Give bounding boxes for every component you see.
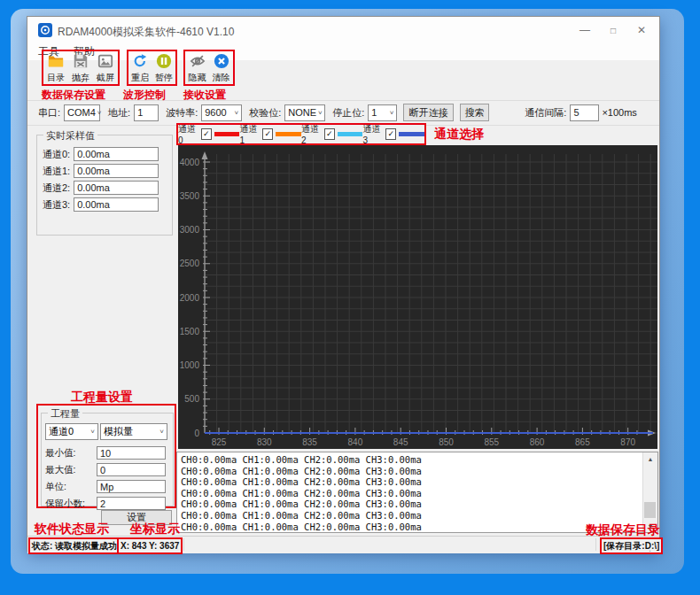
channel-3-color-swatch: [399, 132, 424, 136]
ch3-value-field[interactable]: 0.00ma: [74, 197, 159, 212]
svg-text:870: 870: [620, 437, 635, 447]
svg-text:850: 850: [439, 437, 454, 447]
svg-text:845: 845: [393, 437, 408, 447]
ch2-value-field[interactable]: 0.00ma: [74, 181, 159, 195]
baud-select[interactable]: 9600˅: [201, 104, 242, 121]
sampling-row-ch3: 通道3: 0.00ma: [43, 197, 168, 212]
chevron-down-icon: ˅: [390, 109, 394, 117]
screenshot-icon: [97, 53, 113, 71]
channel-0-color-swatch: [214, 132, 240, 136]
search-button[interactable]: 搜索: [460, 104, 489, 121]
ch1-value-field[interactable]: 0.00ma: [74, 164, 159, 178]
svg-text:830: 830: [257, 437, 272, 447]
channel-3-checkbox[interactable]: ✓: [385, 128, 396, 140]
channel-1-legend: 通道1 ✓: [240, 123, 302, 145]
log-lines: CH0:0.00ma CH1:0.00ma CH2:0.00ma CH3:0.0…: [181, 454, 642, 532]
channel-1-checkbox[interactable]: ✓: [262, 128, 273, 140]
decimals-field[interactable]: 2: [97, 497, 166, 510]
maximize-button[interactable]: □: [599, 17, 627, 43]
decimals-row: 保留小数: 2: [45, 497, 169, 510]
desktop-background: RDAM4000模拟采集软件-4610 V1.10 — □ ✕ 工具 帮助 目录: [0, 0, 700, 595]
status-divider: [183, 538, 184, 551]
restart-button[interactable]: 重启: [128, 53, 152, 84]
sampling-groupbox: 实时采样值 通道0: 0.00ma 通道1: 0.00ma 通道2: 0.00m…: [36, 135, 173, 236]
chevron-down-icon: ˅: [90, 428, 95, 436]
chevron-down-icon: ˅: [159, 428, 164, 436]
annotation-software-status: 软件状态显示: [35, 522, 109, 537]
divider: [27, 100, 659, 101]
engineering-channel-select[interactable]: 通道0˅: [45, 423, 98, 440]
waveform-chart[interactable]: 8258308358408458508558608658700500100015…: [178, 145, 657, 449]
svg-text:500: 500: [184, 394, 199, 404]
svg-text:835: 835: [302, 437, 317, 447]
channel-2-checkbox[interactable]: ✓: [324, 128, 335, 140]
ch0-value-field[interactable]: 0.00ma: [74, 147, 159, 161]
svg-text:855: 855: [484, 437, 499, 447]
address-label: 地址:: [108, 106, 130, 120]
toolbar-group-save: 目录 抛弃 截屏: [42, 50, 120, 86]
log-line: CH0:0.00ma CH1:0.00ma CH2:0.00ma CH3:0.0…: [181, 454, 642, 466]
chevron-down-icon: ˅: [318, 109, 323, 117]
baud-label: 波特率:: [166, 106, 198, 120]
resize-grip[interactable]: ⋰: [649, 543, 657, 552]
pause-button[interactable]: 暂停: [152, 53, 176, 84]
channel-select-box: 通道0 ✓ 通道1 ✓ 通道2 ✓ 通道3 ✓: [176, 123, 426, 145]
sampling-row-ch1: 通道1: 0.00ma: [43, 164, 168, 178]
directory-button[interactable]: 目录: [44, 53, 68, 84]
channel-2-legend: 通道2 ✓: [301, 123, 363, 145]
interval-unit-label: ×100ms: [602, 107, 636, 118]
status-bar: 状态: 读取模拟量成功 X: 843 Y: 3637 [保存目录:D:\] ⋰: [27, 536, 659, 553]
svg-text:2000: 2000: [180, 293, 200, 303]
annotation-save-directory: 数据保存目录: [586, 522, 660, 538]
toolbar-group-waveform: 重启 暂停: [127, 50, 177, 86]
annotation-waveform-control: 波形控制: [123, 88, 166, 103]
cursor-coordinates: X: 843 Y: 3637: [117, 537, 183, 554]
window-title: RDAM4000模拟采集软件-4610 V1.10: [58, 25, 234, 40]
sampling-row-ch2: 通道2: 0.00ma: [43, 181, 168, 195]
sampling-row-ch0: 通道0: 0.00ma: [43, 147, 168, 161]
annotation-save-settings: 数据保存设置: [42, 88, 105, 103]
minimize-button[interactable]: —: [571, 17, 599, 43]
svg-text:1500: 1500: [180, 327, 200, 336]
interval-field[interactable]: 5: [570, 104, 599, 121]
min-value-field[interactable]: 10: [97, 446, 166, 460]
stopbit-select[interactable]: 1˅: [368, 104, 397, 121]
data-log-area[interactable]: CH0:0.00ma CH1:0.00ma CH2:0.00ma CH3:0.0…: [176, 452, 658, 533]
engineering-type-select[interactable]: 模拟量˅: [100, 423, 167, 440]
hide-button[interactable]: 隐藏: [185, 53, 209, 84]
svg-text:2500: 2500: [180, 259, 200, 268]
channel-2-color-swatch: [338, 132, 363, 136]
channel-1-color-swatch: [276, 132, 301, 136]
scrollbar-thumb[interactable]: [644, 502, 656, 518]
discard-button[interactable]: 抛弃: [69, 53, 93, 84]
serial-port-select[interactable]: COM4˅: [64, 104, 100, 121]
log-line: CH0:0.00ma CH1:0.00ma CH2:0.00ma CH3:0.0…: [181, 498, 642, 510]
hide-eye-icon: [190, 53, 206, 71]
clear-button[interactable]: 清除: [209, 53, 233, 84]
screenshot-button[interactable]: 截屏: [93, 53, 117, 84]
svg-text:1000: 1000: [180, 360, 200, 370]
parity-select[interactable]: NONE˅: [284, 104, 325, 121]
log-line: CH0:0.00ma CH1:0.00ma CH2:0.00ma CH3:0.0…: [181, 488, 642, 499]
channel-3-legend: 通道3 ✓: [363, 123, 425, 145]
log-line: CH0:0.00ma CH1:0.00ma CH2:0.00ma CH3:0.0…: [181, 476, 642, 488]
discard-disk-icon: [73, 53, 89, 71]
app-window: RDAM4000模拟采集软件-4610 V1.10 — □ ✕ 工具 帮助 目录: [27, 16, 660, 552]
log-line: CH0:0.00ma CH1:0.00ma CH2:0.00ma CH3:0.0…: [181, 510, 642, 522]
channel-0-checkbox[interactable]: ✓: [201, 128, 212, 140]
svg-text:3000: 3000: [180, 225, 200, 235]
scroll-up-icon[interactable]: ▲: [643, 452, 657, 465]
address-field[interactable]: 1: [134, 104, 159, 121]
log-scrollbar[interactable]: ▲ ▼: [642, 452, 657, 532]
connection-settings-row: 串口: COM4˅ 地址: 1 波特率: 9600˅ 校验位: NONE˅ 停止…: [27, 102, 659, 123]
disconnect-button[interactable]: 断开连接: [403, 104, 454, 121]
max-value-field[interactable]: 0: [97, 463, 166, 476]
interval-label: 通信间隔:: [525, 106, 566, 120]
annotation-channel-select: 通道选择: [434, 127, 484, 143]
status-message: 状态: 读取模拟量成功: [28, 537, 121, 554]
svg-text:840: 840: [348, 437, 363, 447]
close-button[interactable]: ✕: [627, 17, 656, 43]
unit-field[interactable]: Mp: [97, 480, 166, 493]
parity-label: 校验位:: [249, 106, 281, 120]
title-bar[interactable]: RDAM4000模拟采集软件-4610 V1.10 — □ ✕: [27, 17, 659, 43]
